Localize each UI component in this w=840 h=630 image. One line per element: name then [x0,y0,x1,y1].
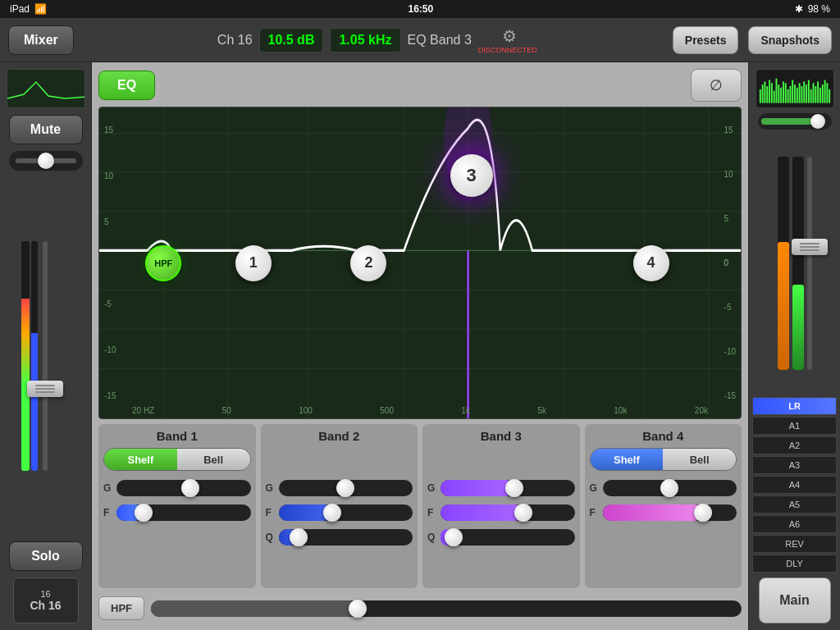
battery-label: 98 % [808,3,830,15]
mini-eq-display [7,69,85,108]
freq-display: 1.05 kHz [330,28,400,52]
svg-rect-25 [773,91,774,103]
band-1-freq-thumb[interactable] [135,504,153,522]
band-1-freq-row: F [103,502,251,523]
band-1-f-label: F [103,507,113,518]
band-2-f-label: F [266,507,276,518]
right-meter-track-2 [792,157,804,370]
eq-node-1[interactable]: 1 [235,245,272,281]
eq-node-4[interactable]: 4 [633,245,669,281]
snapshots-button[interactable]: Snapshots [748,26,832,54]
svg-rect-22 [766,86,768,103]
svg-rect-20 [761,84,763,103]
band-4-freq-thumb[interactable] [694,504,712,522]
eq-graph: 15 10 5 -5 -10 -15 15 10 5 0 -5 -10 -15 … [98,107,742,419]
top-bar-center: Ch 16 10.5 dB 1.05 kHz EQ Band 3 ⚙ DISCO… [82,26,664,54]
mute-button[interactable]: Mute [9,115,83,144]
channel-rev-button[interactable]: REV [752,535,837,553]
band-3-gain-row: G [427,477,575,499]
gear-container: ⚙ DISCONNECTED [478,26,537,54]
band-1-shelf-button[interactable]: Shelf [104,449,177,470]
right-pan-slider[interactable] [758,113,832,130]
svg-rect-29 [783,81,784,103]
eq-node-3[interactable]: 3 [450,154,493,197]
hpf-slider[interactable] [151,600,742,617]
eq-top-row: EQ ∅ [98,69,742,102]
band-2-freq-thumb[interactable] [323,504,341,522]
band-4-freq-slider[interactable] [603,504,737,521]
hpf-row: HPF [98,593,742,623]
channel-a3-button[interactable]: A3 [752,456,837,474]
channel-a2-button[interactable]: A2 [752,436,837,454]
band-4-panel: Band 4 Shelf Bell G F [585,424,742,588]
band-1-panel: Band 1 Shelf Bell G F [98,424,256,588]
band-2-freq-row: F [266,502,413,523]
channel-a5-button[interactable]: A5 [752,495,837,514]
band-3-q-slider[interactable] [441,529,575,546]
band-3-f-label: F [427,507,437,518]
channel-lr-button[interactable]: LR [752,397,837,415]
svg-rect-45 [819,88,821,103]
svg-rect-47 [824,80,825,103]
band-1-freq-slider[interactable] [116,504,251,521]
band-4-gain-slider[interactable] [603,480,737,496]
presets-button[interactable]: Presets [673,26,739,54]
pan-slider[interactable] [9,151,83,171]
main-button[interactable]: Main [759,578,831,623]
eq-freq-labels: 20 HZ 50 100 500 1k 5k 10k 20k [132,406,708,415]
right-meter-track-1 [778,157,789,370]
band-2-panel: Band 2 G F Q [261,424,418,588]
band-3-gain-thumb[interactable] [505,479,523,497]
svg-rect-19 [759,89,760,103]
eq-toggle-button[interactable]: EQ [98,71,155,100]
hpf-button[interactable]: HPF [98,596,144,620]
band-4-g-label: G [590,482,600,494]
band-1-gain-row: G [103,477,251,499]
svg-rect-38 [803,81,805,103]
hpf-thumb[interactable] [349,600,367,618]
band-2-q-slider[interactable] [279,529,413,546]
band-2-gain-thumb[interactable] [336,479,354,497]
band-2-freq-slider[interactable] [279,504,413,521]
band-1-bell-button[interactable]: Bell [177,449,250,470]
svg-rect-49 [829,89,830,103]
band-3-gain-slider[interactable] [441,480,575,496]
band-2-gain-slider[interactable] [279,480,413,496]
phase-button[interactable]: ∅ [691,69,742,102]
band-3-panel: Band 3 G F Q [422,424,580,588]
channel-a6-button[interactable]: A6 [752,515,837,533]
band-1-gain-thumb[interactable] [181,479,199,497]
band-4-f-label: F [590,507,600,518]
band-4-gain-thumb[interactable] [660,479,678,497]
eq-node-hpf[interactable]: HPF [145,245,181,281]
disconnected-label: DISCONNECTED [478,46,537,54]
left-fader-handle[interactable] [27,381,63,397]
solo-button[interactable]: Solo [9,541,83,571]
settings-button[interactable]: ⚙ [502,26,517,46]
eq-node-2[interactable]: 2 [350,245,386,281]
channel-a4-button[interactable]: A4 [752,476,837,494]
band-3-g-label: G [427,482,437,494]
channel-dly-button[interactable]: DLY [752,555,837,573]
mixer-button[interactable]: Mixer [8,25,74,55]
band-3-freq-slider[interactable] [441,504,575,521]
eq-db-labels-right: 15 10 5 0 -5 -10 -15 [724,107,736,418]
channel-number: 16 [40,589,50,599]
bluetooth-icon: ✱ [795,3,803,15]
band-1-gain-slider[interactable] [116,480,251,496]
svg-rect-31 [787,89,788,103]
band-1-shelf-bell-toggle: Shelf Bell [103,448,251,471]
right-fader-handle[interactable] [792,239,828,255]
right-pan-thumb[interactable] [810,114,825,129]
band-3-q-thumb[interactable] [445,528,463,546]
band-3-title: Band 3 [427,429,575,443]
top-bar-right: Presets Snapshots [673,26,832,54]
svg-rect-39 [806,84,807,103]
band-3-freq-thumb[interactable] [514,504,532,522]
band-4-freq-row: F [590,502,737,523]
channel-a1-button[interactable]: A1 [752,417,837,435]
band-2-q-thumb[interactable] [290,528,308,546]
band-4-bell-button[interactable]: Bell [663,449,736,470]
band-1-title: Band 1 [103,429,251,443]
band-4-shelf-button[interactable]: Shelf [591,449,664,470]
